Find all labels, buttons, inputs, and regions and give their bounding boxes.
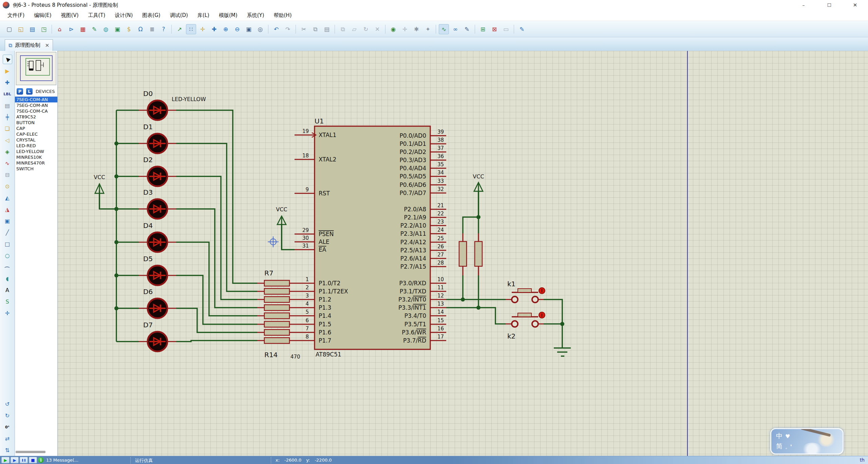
play-button[interactable]: ▶ xyxy=(1,457,10,463)
design-notes-icon[interactable]: ≣ xyxy=(147,24,157,34)
mirror-horizontal-icon[interactable]: ⇄ xyxy=(3,434,12,443)
subcircuit-mode-icon[interactable]: ❏ xyxy=(3,124,12,133)
2d-symbol-mode-icon[interactable]: S xyxy=(3,297,12,306)
zoom-in-icon[interactable]: ⊕ xyxy=(221,24,231,34)
pullup-resistor-2[interactable] xyxy=(475,241,482,266)
open-design-icon[interactable]: ◱ xyxy=(16,24,26,34)
make-device-icon[interactable]: ✛ xyxy=(400,24,410,34)
2d-arc-mode-icon[interactable]: ( xyxy=(3,262,12,272)
resistor-network-r7[interactable]: R7R14470 xyxy=(264,269,300,360)
mirror-vertical-icon[interactable]: ⇅ xyxy=(3,445,12,455)
bill-of-materials-icon[interactable]: $ xyxy=(124,24,134,34)
led-type-label[interactable]: LED-YELLOW xyxy=(172,96,206,102)
tape-recorder-mode-icon[interactable]: ⊟ xyxy=(3,170,12,179)
design-editor-icon[interactable]: ✎ xyxy=(89,24,99,34)
pan-icon[interactable]: ✚ xyxy=(209,24,219,34)
selection-mode-icon[interactable]: ▶ xyxy=(3,55,12,64)
wire-label-mode-icon[interactable]: LBL xyxy=(3,89,12,99)
device-item-switch[interactable]: SWITCH xyxy=(15,166,57,172)
led-d0[interactable]: D0 xyxy=(143,90,167,120)
new-root-sheet-icon[interactable]: ⊞ xyxy=(478,24,488,34)
zoom-extents-icon[interactable]: ◎ xyxy=(255,24,265,34)
schematic-capture-icon[interactable]: ⊳ xyxy=(66,24,76,34)
tab-close-icon[interactable]: ✕ xyxy=(45,42,50,49)
junction-dot-mode-icon[interactable]: ✚ xyxy=(3,78,12,87)
menu-n[interactable]: 设计(N) xyxy=(110,12,137,19)
menu-d[interactable]: 调试(D) xyxy=(165,12,193,19)
menu-v[interactable]: 视图(V) xyxy=(56,12,83,19)
packaging-tool-icon[interactable]: ✱ xyxy=(411,24,421,34)
paste-icon[interactable]: ▤ xyxy=(322,24,332,34)
info-icon[interactable]: i xyxy=(38,457,44,463)
zoom-area-icon[interactable]: ▣ xyxy=(244,24,254,34)
menu-g[interactable]: 图表(G) xyxy=(137,12,165,19)
menu-l[interactable]: 库(L) xyxy=(193,12,214,19)
stop-button[interactable]: ■ xyxy=(29,457,37,463)
led-d6[interactable]: D6 xyxy=(143,288,167,318)
device-panel-scrollbar[interactable] xyxy=(16,451,45,453)
close-button[interactable]: ✕ xyxy=(842,0,868,10)
menu-f[interactable]: 文件(F) xyxy=(3,12,29,19)
device-item-led-red[interactable]: LED-RED xyxy=(15,143,57,149)
current-probe-mode-icon[interactable]: ◮ xyxy=(3,205,12,214)
2d-circle-mode-icon[interactable]: ○ xyxy=(3,251,12,260)
3d-visualizer-icon[interactable]: ◍ xyxy=(101,24,111,34)
device-item-crystal[interactable]: CRYSTAL xyxy=(15,137,57,143)
pcb-layout-icon[interactable]: ▦ xyxy=(78,24,88,34)
led-d1[interactable]: D1 xyxy=(143,123,167,153)
block-move-icon[interactable]: ▱ xyxy=(349,24,359,34)
wire-autorouter-icon[interactable]: ∿ xyxy=(439,24,449,34)
2d-path-mode-icon[interactable]: ◖ xyxy=(3,274,12,283)
graph-mode-icon[interactable]: ∿ xyxy=(3,158,12,168)
menu-t[interactable]: 工具(T) xyxy=(83,12,110,19)
block-delete-icon[interactable]: ✕ xyxy=(372,24,382,34)
redo-icon[interactable]: ↷ xyxy=(283,24,293,34)
device-item-button[interactable]: BUTTON xyxy=(15,120,57,125)
undo-icon[interactable]: ↶ xyxy=(271,24,281,34)
import-section-icon[interactable]: ◳ xyxy=(39,24,49,34)
schematic-canvas[interactable]: VCCVCCVCCU1AT89C5119XTAL118XTAL29RST29PS… xyxy=(58,51,868,456)
2d-line-mode-icon[interactable]: ╱ xyxy=(3,228,12,237)
2d-text-mode-icon[interactable]: A xyxy=(3,285,12,295)
rotate-cw-icon[interactable]: ↻ xyxy=(3,411,12,420)
device-item-led-yellow[interactable]: LED-YELLOW xyxy=(15,149,57,154)
toggle-grid-icon[interactable]: ∷ xyxy=(186,24,196,34)
origin-icon[interactable]: ✛ xyxy=(197,24,208,34)
2d-marker-mode-icon[interactable]: ✛ xyxy=(3,308,12,318)
menu-h[interactable]: 帮助(H) xyxy=(269,12,297,19)
menu-e[interactable]: 编辑(E) xyxy=(29,12,56,19)
buses-mode-icon[interactable]: ╪ xyxy=(3,112,12,122)
ime-lang-cn[interactable]: 中 xyxy=(776,432,782,440)
vcc-flag-right[interactable]: VCC xyxy=(473,173,484,217)
mcu-u1[interactable]: U1AT89C5119XTAL118XTAL29RST29PSEN30ALE31… xyxy=(302,117,444,358)
pick-device-icon[interactable]: ◉ xyxy=(388,24,398,34)
tab-schematic-capture[interactable]: ⧉ 原理图绘制 ✕ xyxy=(5,39,53,51)
terminal-mode-icon[interactable]: ◁ xyxy=(3,135,12,145)
ime-widget[interactable]: 中♥ 简。❜ xyxy=(770,428,844,455)
remove-sheet-icon[interactable]: ⊠ xyxy=(489,24,499,34)
text-script-mode-icon[interactable]: ▤ xyxy=(3,101,12,110)
led-d4[interactable]: D4 xyxy=(143,221,167,252)
pick-parts-button[interactable]: P xyxy=(17,88,23,95)
gerber-viewer-icon[interactable]: ▣ xyxy=(112,24,122,34)
device-item-7seg-com-an[interactable]: 7SEG-COM-AN xyxy=(15,97,57,102)
simulation-meter-icon[interactable]: Ω xyxy=(135,24,146,34)
minimize-button[interactable]: – xyxy=(791,0,816,10)
vcc-flag-left[interactable]: VCC xyxy=(94,174,105,209)
zoom-out-icon[interactable]: ⊖ xyxy=(232,24,242,34)
vcc-flag-middle[interactable]: VCC xyxy=(276,206,287,250)
device-item-7seg-com-an[interactable]: 7SEG-COM-AN xyxy=(15,102,57,108)
2d-box-mode-icon[interactable]: □ xyxy=(3,239,12,249)
device-item-cap[interactable]: CAP xyxy=(15,125,57,131)
block-rotate-icon[interactable]: ↻ xyxy=(361,24,371,34)
copy-icon[interactable]: ⧉ xyxy=(310,24,320,34)
cut-icon[interactable]: ✂ xyxy=(299,24,309,34)
new-design-icon[interactable]: ▢ xyxy=(4,24,14,34)
led-d3[interactable]: D3 xyxy=(143,188,167,219)
led-d7[interactable]: D7 xyxy=(143,321,167,351)
menu-y[interactable]: 系统(Y) xyxy=(242,12,269,19)
pullup-resistor-1[interactable] xyxy=(459,241,467,266)
home-page-icon[interactable]: ⌂ xyxy=(55,24,65,34)
device-item-minres10k[interactable]: MINRES10K xyxy=(15,154,57,160)
device-item-7seg-com-ca[interactable]: 7SEG-COM-CA xyxy=(15,108,57,114)
